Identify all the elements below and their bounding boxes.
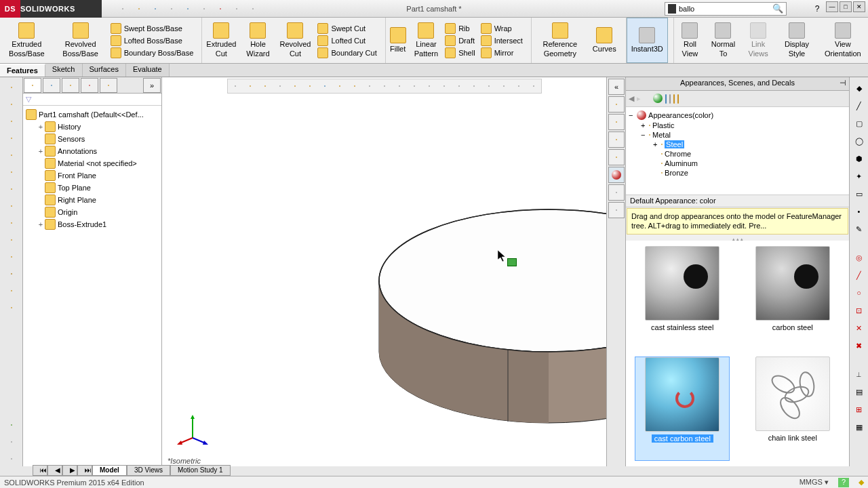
rib-button[interactable]: Rib [442,22,477,35]
grid2-icon[interactable]: ▦ [852,420,866,434]
normal-to-button[interactable]: Normal To [706,18,741,63]
rebuild-button[interactable] [213,1,228,16]
rel-tool[interactable] [3,451,20,466]
filter-point-icon[interactable]: • [852,205,866,218]
save-button[interactable] [148,1,163,16]
pane-scenes-icon[interactable] [665,95,667,103]
pane-save-icon[interactable] [677,95,679,103]
filter-solid-icon[interactable]: ⬢ [852,152,866,165]
status-warn-icon[interactable]: ◆ [859,478,864,487]
swept-boss-button[interactable]: Swept Boss/Base [108,22,197,35]
target-icon[interactable]: ◎ [852,251,866,264]
linear-pattern-button[interactable]: Linear Pattern [410,18,442,63]
custom-properties-tab[interactable] [608,184,625,201]
select-tool[interactable] [3,80,20,95]
revolved-boss-button[interactable]: Revolved Boss/Base [54,18,108,63]
file-explorer-tab[interactable] [608,131,625,148]
link-views-button[interactable]: Link Views [741,18,776,63]
lofted-boss-button[interactable]: Lofted Boss/Base [108,35,197,47]
forward-button[interactable]: ▸ [637,94,641,103]
zoom-area-icon[interactable] [243,80,257,92]
print-button[interactable] [164,1,179,16]
tab-features[interactable]: Features [0,64,45,77]
instant3d-button[interactable]: Instant3D [627,18,668,63]
filter-sketch-icon[interactable]: ✎ [852,222,866,236]
display-style-button[interactable]: Display Style [776,18,817,63]
filter-edge-icon[interactable]: ╱ [852,99,866,113]
help-button[interactable]: ? [810,1,825,16]
zoom-fit-icon[interactable] [229,80,242,92]
revolved-cut-button[interactable]: Revolved Cut [276,18,315,63]
tab-evaluate[interactable]: Evaluate [126,64,170,77]
graphics-viewport[interactable]: *Isometric [162,77,606,466]
pane-appearances-icon[interactable] [653,94,663,104]
view-tool-i[interactable] [497,80,511,92]
scene-icon[interactable] [348,80,361,92]
close-button[interactable]: ✕ [853,1,865,12]
circle-filter-icon[interactable]: ○ [852,286,866,300]
tree-material[interactable]: Material <not specified> [26,157,159,169]
thumb-chain-link[interactable]: chain link steel [745,357,840,461]
tree-history[interactable]: +History [26,121,159,133]
spline-tool[interactable] [3,182,20,197]
thumb-cast-stainless[interactable]: cast stainless steel [635,246,730,349]
minimize-button[interactable]: — [826,1,838,12]
feature-manager-tab[interactable] [24,78,41,93]
app-tree-chrome[interactable]: Chrome [629,149,846,159]
filter-vertex-icon[interactable]: ◆ [852,81,866,95]
section-view-icon[interactable] [273,80,287,92]
design-library-tab[interactable] [608,114,625,130]
app-tree-plastic[interactable]: + Plastic [629,121,846,130]
last-tab-button[interactable]: ⏭ [77,465,92,476]
view-tool-k[interactable] [527,80,540,92]
status-help-icon[interactable]: ? [838,478,849,487]
fillet-tool[interactable] [3,216,20,230]
intersect-button[interactable]: Intersect [478,35,526,47]
appearances-tab[interactable] [608,167,625,183]
display-manager-tab[interactable] [100,78,117,93]
tab-sketch[interactable]: Sketch [45,64,83,77]
maximize-button[interactable]: □ [840,1,852,12]
3d-views-tab[interactable]: 3D Views [127,465,170,476]
dim-tool[interactable] [3,434,20,449]
sketch-tool[interactable] [3,97,20,112]
cross-filter-icon[interactable]: ✕ [852,321,866,335]
note-filter-icon[interactable]: ▤ [852,385,866,399]
tree-sensors[interactable]: Sensors [26,133,159,145]
prev-view-icon[interactable] [258,80,272,92]
dimxpert-manager-tab[interactable] [81,78,98,93]
new-file-button[interactable] [115,1,130,16]
filter-axis-icon[interactable]: ✦ [852,169,866,183]
linear-tool[interactable] [3,249,20,264]
search-icon[interactable]: 🔍 [772,3,783,14]
splitter-handle[interactable]: ▴▴▴ [626,235,849,241]
view-tool-b[interactable] [393,80,406,92]
search-input[interactable] [679,5,772,13]
filter-face-icon[interactable]: ▢ [852,117,866,130]
view-tool-h[interactable] [482,80,496,92]
thumb-carbon-steel[interactable]: carbon steel [745,246,840,349]
tree-annotations[interactable]: +Annotations [26,145,159,157]
forum-tab[interactable] [608,202,625,218]
grid-icon[interactable]: ⊞ [852,403,866,416]
prev-tab-button[interactable]: ◀ [47,465,62,476]
view-tool-j[interactable] [512,80,526,92]
tree-front-plane[interactable]: Front Plane [26,169,159,182]
pin-panel-button[interactable]: ⊣ [840,79,846,87]
box-filter-icon[interactable]: ⊡ [852,304,866,317]
filter-surface-icon[interactable]: ◯ [852,134,866,148]
pane-decals-icon[interactable] [669,95,671,103]
app-tree-bronze[interactable]: Bronze [629,168,846,178]
orient-icon[interactable] [288,80,302,92]
wrap-button[interactable]: Wrap [478,22,526,35]
filter-plane-icon[interactable]: ▭ [852,187,866,201]
edit-appearance-icon[interactable] [333,80,347,92]
units-label[interactable]: MMGS ▾ [800,478,829,487]
tree-top-plane[interactable]: Top Plane [26,182,159,194]
curves-button[interactable]: Curves [589,18,620,63]
tree-boss-extrude1[interactable]: +Boss-Extrude1 [26,218,159,230]
tab-surfaces[interactable]: Surfaces [83,64,126,77]
view-tool-d[interactable] [422,80,436,92]
mirror-button[interactable]: Mirror [478,47,526,59]
motion-study-tab[interactable]: Motion Study 1 [170,465,231,476]
